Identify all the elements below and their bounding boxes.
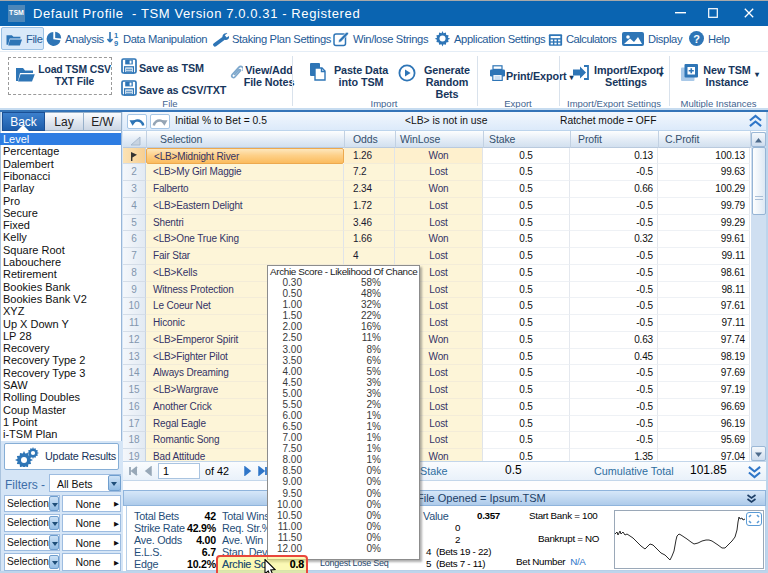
svg-text:9: 9 <box>114 39 118 47</box>
svg-text:?: ? <box>693 33 700 45</box>
